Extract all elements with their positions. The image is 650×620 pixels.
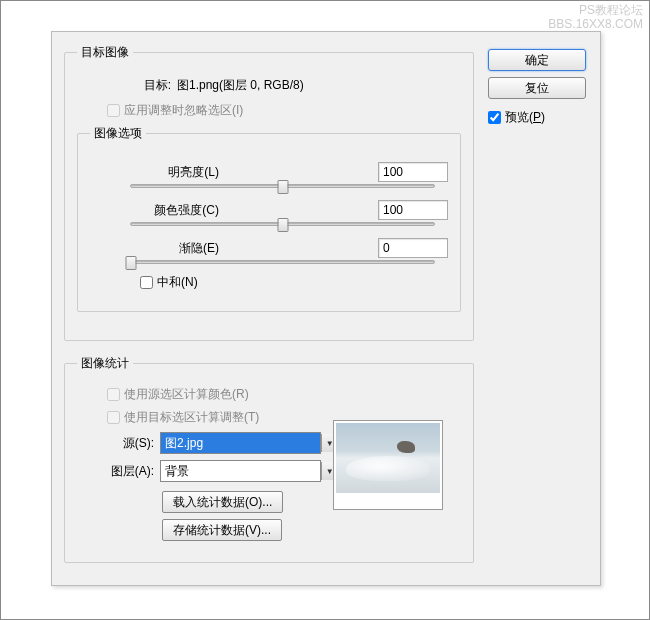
ignore-selection-input [107, 104, 120, 117]
neutralize-input[interactable] [140, 276, 153, 289]
target-value: 图1.png(图层 0, RGB/8) [177, 77, 304, 94]
use-source-selection-input [107, 388, 120, 401]
ok-button[interactable]: 确定 [488, 49, 586, 71]
color-intensity-input[interactable] [378, 200, 448, 220]
match-color-dialog: 目标图像 目标: 图1.png(图层 0, RGB/8) 应用调整时忽略选区(I… [51, 31, 601, 586]
target-label: 目标: [77, 77, 177, 94]
thumbnail-image [336, 423, 440, 493]
source-label: 源(S): [77, 435, 160, 452]
preview-input[interactable] [488, 111, 501, 124]
main-column: 目标图像 目标: 图1.png(图层 0, RGB/8) 应用调整时忽略选区(I… [64, 44, 474, 577]
luminance-label: 明亮度(L) [90, 164, 225, 181]
use-target-selection-input [107, 411, 120, 424]
image-statistics-legend: 图像统计 [77, 355, 133, 372]
neutralize-checkbox[interactable]: 中和(N) [140, 274, 448, 291]
use-source-selection-checkbox: 使用源选区计算颜色(R) [107, 386, 461, 403]
layer-select[interactable]: 背景 [160, 460, 321, 482]
color-intensity-slider[interactable] [130, 222, 435, 226]
target-image-legend: 目标图像 [77, 44, 133, 61]
fade-input[interactable] [378, 238, 448, 258]
reset-button[interactable]: 复位 [488, 77, 586, 99]
ignore-selection-checkbox: 应用调整时忽略选区(I) [107, 102, 461, 119]
image-options-legend: 图像选项 [90, 125, 146, 142]
watermark: PS教程论坛 BBS.16XX8.COM [548, 3, 643, 32]
source-select[interactable]: 图2.jpg [160, 432, 321, 454]
load-stats-button[interactable]: 载入统计数据(O)... [162, 491, 283, 513]
window-frame: PS教程论坛 BBS.16XX8.COM 目标图像 目标: 图1.png(图层 … [0, 0, 650, 620]
source-thumbnail [333, 420, 443, 510]
save-stats-button[interactable]: 存储统计数据(V)... [162, 519, 282, 541]
image-statistics-group: 图像统计 使用源选区计算颜色(R) 使用目标选区计算调整(T) 源(S): 图2… [64, 355, 474, 563]
fade-slider[interactable] [130, 260, 435, 264]
side-column: 确定 复位 预览(P) [488, 44, 588, 126]
target-image-group: 目标图像 目标: 图1.png(图层 0, RGB/8) 应用调整时忽略选区(I… [64, 44, 474, 341]
luminance-slider[interactable] [130, 184, 435, 188]
preview-checkbox[interactable]: 预览(P) [488, 109, 588, 126]
fade-label: 渐隐(E) [90, 240, 225, 257]
color-intensity-label: 颜色强度(C) [90, 202, 225, 219]
image-options-group: 图像选项 明亮度(L) 颜色强度(C) [77, 125, 461, 312]
layer-label: 图层(A): [77, 463, 160, 480]
luminance-input[interactable] [378, 162, 448, 182]
